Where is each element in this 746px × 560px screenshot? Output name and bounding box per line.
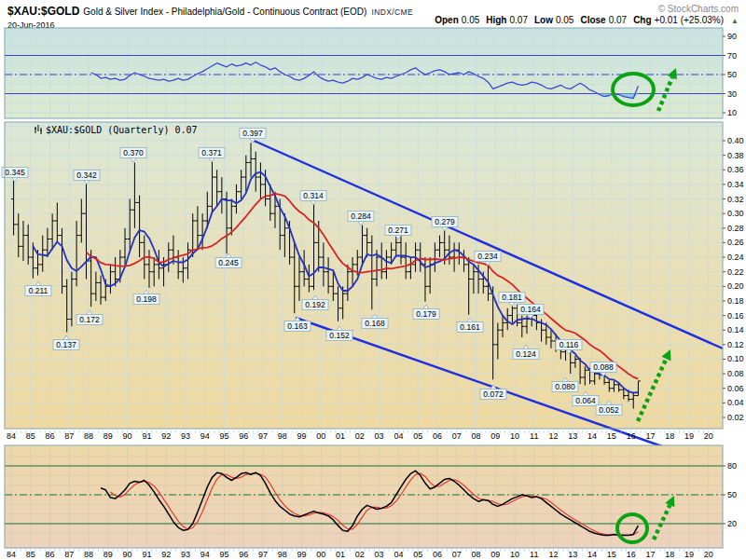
- svg-text:0.192: 0.192: [305, 300, 325, 309]
- price-panel-background: [5, 122, 723, 429]
- svg-text:0.40: 0.40: [727, 136, 744, 145]
- svg-text:0.28: 0.28: [727, 224, 744, 233]
- svg-text:0.30: 0.30: [727, 209, 744, 218]
- svg-text:0.088: 0.088: [593, 362, 614, 372]
- svg-text:0.16: 0.16: [727, 311, 744, 321]
- svg-text:0.04: 0.04: [727, 398, 744, 407]
- svg-text:0.064: 0.064: [575, 396, 596, 405]
- svg-text:90: 90: [727, 32, 737, 41]
- svg-text:30: 30: [727, 89, 737, 99]
- y-axis-labels: 0.400.380.360.340.320.300.280.260.240.22…: [723, 136, 744, 422]
- svg-text:0.116: 0.116: [560, 340, 579, 349]
- svg-text:0.397: 0.397: [242, 129, 263, 138]
- stoch-panel-background: [5, 445, 723, 548]
- svg-text:0.08: 0.08: [727, 369, 744, 378]
- svg-text:0.234: 0.234: [477, 252, 498, 261]
- svg-text:0.371: 0.371: [201, 148, 222, 157]
- svg-text:0.32: 0.32: [727, 195, 744, 204]
- main-panel-title-text: $XAU:$GOLD (Quarterly) 0.07: [46, 125, 198, 135]
- svg-text:0.052: 0.052: [599, 405, 619, 415]
- svg-text:0.179: 0.179: [416, 309, 436, 319]
- svg-text:0.161: 0.161: [460, 322, 480, 332]
- svg-text:0.38: 0.38: [727, 151, 744, 160]
- chart-type-icon: [34, 125, 43, 134]
- svg-text:0.18: 0.18: [727, 296, 744, 306]
- svg-text:0.211: 0.211: [29, 286, 48, 295]
- svg-text:50: 50: [727, 490, 737, 499]
- svg-text:70: 70: [727, 51, 737, 61]
- svg-text:0.02: 0.02: [727, 413, 744, 422]
- chart-canvas: 90705030100.3450.3420.3700.3710.3970.314…: [0, 0, 746, 560]
- svg-text:0.26: 0.26: [727, 238, 744, 247]
- rsi-panel-background: [5, 28, 723, 118]
- y-axis-labels: 805020: [723, 461, 737, 528]
- svg-text:0.072: 0.072: [483, 389, 504, 399]
- svg-text:0.163: 0.163: [287, 321, 308, 331]
- svg-text:0.080: 0.080: [555, 382, 575, 391]
- svg-text:0.279: 0.279: [435, 217, 455, 226]
- svg-text:0.345: 0.345: [5, 168, 25, 177]
- svg-text:0.152: 0.152: [329, 331, 350, 340]
- svg-text:0.370: 0.370: [123, 148, 144, 157]
- svg-text:0.168: 0.168: [365, 319, 385, 328]
- svg-text:0.20: 0.20: [727, 281, 744, 291]
- svg-text:0.124: 0.124: [516, 349, 536, 359]
- svg-text:0.198: 0.198: [136, 294, 157, 304]
- svg-text:10: 10: [727, 108, 737, 117]
- svg-text:0.22: 0.22: [727, 267, 744, 277]
- svg-text:0.14: 0.14: [727, 325, 744, 335]
- main-panel-title: $XAU:$GOLD (Quarterly) 0.07: [34, 125, 198, 135]
- svg-text:0.10: 0.10: [727, 354, 744, 363]
- svg-text:0.06: 0.06: [727, 384, 744, 393]
- svg-text:0.36: 0.36: [727, 165, 744, 174]
- svg-text:0.284: 0.284: [351, 212, 371, 221]
- svg-text:0.34: 0.34: [727, 180, 744, 189]
- y-axis-labels: 9070503010: [723, 32, 737, 117]
- svg-text:0.137: 0.137: [56, 340, 76, 349]
- svg-text:0.164: 0.164: [520, 305, 541, 314]
- x-axis-labels-main: 8485868788899091929394959697989900010203…: [7, 431, 713, 442]
- svg-text:0.181: 0.181: [502, 293, 522, 302]
- svg-text:0.24: 0.24: [727, 253, 744, 262]
- svg-text:0.172: 0.172: [79, 315, 100, 324]
- svg-text:0.342: 0.342: [76, 171, 97, 180]
- svg-text:80: 80: [727, 461, 737, 471]
- svg-text:0.12: 0.12: [727, 340, 744, 349]
- svg-text:0.271: 0.271: [388, 225, 408, 235]
- svg-text:50: 50: [727, 70, 737, 79]
- x-axis-labels-bottom: 8485868788899091929394959697989900010203…: [7, 550, 713, 560]
- svg-text:20: 20: [727, 519, 737, 528]
- svg-text:0.245: 0.245: [218, 258, 239, 267]
- stockcharts-chart-page: $XAU:$GOLDGold & Silver Index - Philadel…: [0, 0, 746, 560]
- svg-text:0.314: 0.314: [303, 191, 324, 200]
